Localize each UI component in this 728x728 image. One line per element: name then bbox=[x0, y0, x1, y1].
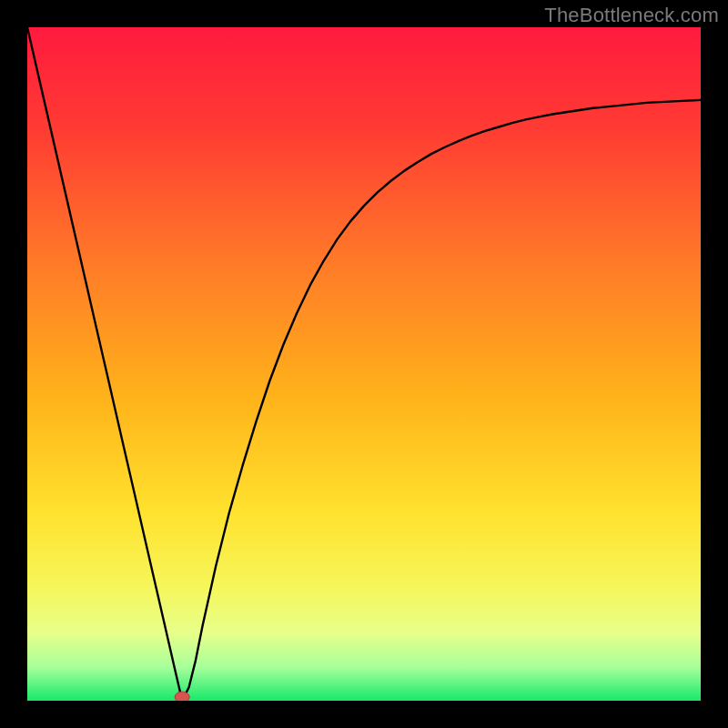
plot-area bbox=[27, 27, 701, 701]
watermark-label: TheBottleneck.com bbox=[544, 4, 719, 27]
chart-frame: TheBottleneck.com bbox=[0, 0, 728, 728]
bottleneck-chart bbox=[27, 27, 701, 701]
gradient-background bbox=[27, 27, 701, 701]
optimal-point-marker bbox=[175, 692, 189, 701]
